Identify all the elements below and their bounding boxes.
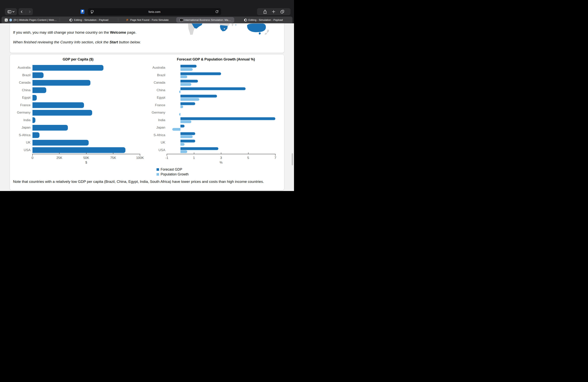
chart-x-axis: 025K50K75K100K$	[13, 154, 143, 166]
tab-label: (9+) Website Pages Content | Web…	[14, 19, 57, 21]
reader-icon[interactable]	[90, 10, 94, 14]
tab-bar: N (9+) Website Pages Content | Web… Edit…	[1, 17, 293, 23]
chart-row: Brazil	[151, 72, 281, 79]
category-label: Egypt	[13, 94, 32, 102]
category-label: USA	[13, 147, 32, 154]
axis-tick-label: 0	[32, 156, 33, 160]
axis-tick	[248, 152, 249, 154]
chart-legend: Forecast GDPPopulation Growth	[157, 167, 281, 177]
bar-s-africa-1	[180, 135, 193, 138]
axis-tick-label: 1	[193, 156, 195, 160]
bar-uk-0	[32, 140, 89, 146]
instruction-paragraph-2: When finished reviewing the Country Info…	[13, 40, 161, 45]
bar-egypt-0	[32, 95, 37, 101]
axis-tick	[194, 152, 194, 154]
chart-row: China	[13, 86, 143, 94]
tab-page-not-found[interactable]: F Page Not Found - Forio Simulate	[118, 17, 176, 23]
bar-australia-1	[180, 68, 193, 71]
category-label: Japan	[13, 124, 32, 131]
url-bar[interactable]: forio.com	[88, 8, 221, 15]
chart-row: Brazil	[13, 72, 143, 79]
chart-row: USA	[151, 147, 281, 154]
bar-uk-0	[180, 140, 195, 142]
toolbar-right-group	[257, 8, 291, 15]
bar-s-africa-0	[180, 132, 195, 135]
chart-row: Canada	[151, 79, 281, 86]
chart-row: S-Africa	[151, 131, 281, 139]
bar-india-1	[180, 120, 191, 123]
tab-editing-simulation-1[interactable]: Editing - Simulation - Payload	[60, 17, 118, 23]
tab-label: Editing - Simulation - Payload	[74, 19, 108, 21]
axis-tick	[86, 152, 86, 154]
legend-swatch-icon	[157, 173, 159, 176]
tab-editing-simulation-2[interactable]: Editing - Simulation - Payload	[234, 17, 293, 23]
page-scrollbar[interactable]	[292, 153, 293, 165]
category-label: India	[13, 117, 32, 124]
bar-uk-1	[180, 143, 185, 146]
instruction-paragraph-1: If you wish, you may still change your h…	[13, 30, 161, 35]
tab-label: Editing - Simulation - Payload	[249, 19, 283, 21]
sidebar-icon	[8, 10, 11, 13]
axis-tick	[59, 152, 60, 154]
chart-row: France	[151, 102, 281, 109]
axis-tick-label: 5	[247, 156, 249, 160]
bar-usa-0	[32, 147, 126, 153]
chart-row: UK	[151, 139, 281, 147]
share-icon[interactable]	[263, 10, 267, 14]
tab-website-pages-content[interactable]: N (9+) Website Pages Content | Web…	[1, 17, 60, 23]
back-button[interactable]	[19, 8, 26, 15]
bar-india-0	[180, 117, 275, 120]
bar-australia-0	[180, 65, 197, 67]
bar-brazil-0	[180, 72, 221, 75]
category-label: China	[151, 86, 167, 94]
chart-row: China	[151, 86, 281, 94]
axis-tick	[32, 154, 33, 156]
tab-overview-icon[interactable]	[280, 10, 284, 14]
password-extension-button[interactable]	[79, 8, 86, 15]
sidebar-toggle-button[interactable]	[5, 8, 17, 15]
browser-chrome: forio.com	[0, 0, 294, 23]
category-label: China	[13, 86, 32, 94]
chart-row: Japan	[151, 124, 281, 131]
new-tab-icon[interactable]	[272, 10, 275, 13]
chart-row: Canada	[13, 79, 143, 86]
category-label: Canada	[13, 79, 32, 86]
category-label: India	[151, 117, 167, 124]
category-label: Canada	[151, 79, 167, 86]
axis-tick	[221, 152, 221, 154]
axis-tick	[167, 154, 167, 156]
axis-tick-label: 50K	[83, 156, 89, 160]
bar-japan-0	[180, 125, 185, 127]
bar-china-0	[32, 87, 46, 93]
category-label: Egypt	[151, 94, 167, 102]
refresh-icon[interactable]	[215, 10, 219, 13]
navigation-buttons	[19, 8, 33, 15]
forward-button[interactable]	[26, 8, 33, 15]
chevron-down-icon	[12, 10, 14, 12]
notion-icon: N	[5, 19, 8, 21]
world-map-fragment	[185, 23, 272, 35]
chart-x-axis: -11357%	[151, 154, 281, 166]
url-text: forio.com	[96, 10, 212, 13]
axis-tick	[275, 154, 275, 156]
category-label: S-Africa	[151, 131, 167, 139]
legend-label: Population Growth	[161, 172, 189, 176]
category-label: UK	[151, 139, 167, 147]
chart-row: India	[151, 117, 281, 124]
category-label: Brazil	[13, 72, 32, 79]
browser-toolbar: forio.com	[0, 0, 294, 17]
axis-tick-label: 3	[220, 156, 222, 160]
category-label: Japan	[151, 124, 167, 131]
chart-row: India	[13, 117, 143, 124]
chart-row: Egypt	[13, 94, 143, 102]
chart-row: Egypt	[151, 94, 281, 102]
back-icon	[21, 11, 23, 13]
category-label: Australia	[13, 64, 32, 72]
category-label: Germany	[13, 109, 32, 117]
chart-row: UK	[13, 139, 143, 147]
category-label: S-Africa	[13, 131, 32, 139]
legend-item: Population Growth	[157, 172, 281, 177]
bar-brazil-0	[32, 72, 43, 78]
tab-international-business-simulation[interactable]: / International Business Simulation: Ma…	[176, 17, 234, 23]
category-label: UK	[13, 139, 32, 147]
